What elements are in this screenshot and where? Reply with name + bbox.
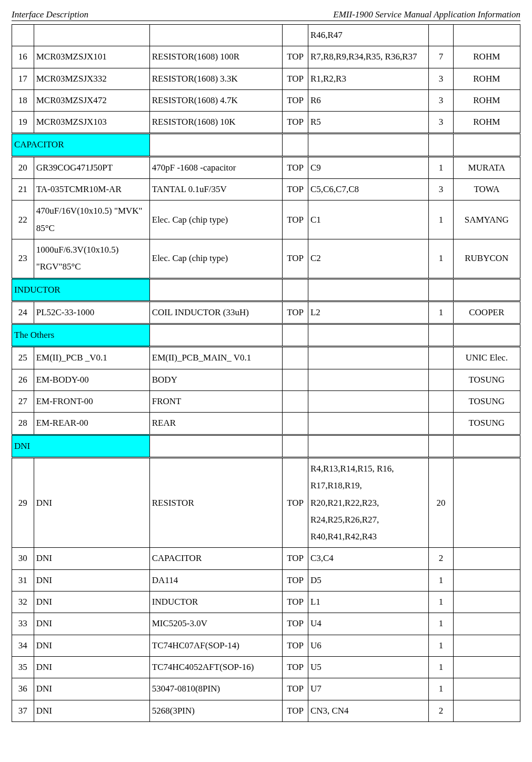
cell-location: TOP: [283, 591, 308, 613]
cell-part-number: MCR03MZSJX103: [34, 112, 149, 134]
cell-no: 30: [12, 548, 34, 569]
cell-location: [283, 391, 308, 413]
section-label: DNI: [14, 441, 30, 451]
page-header: Interface Description EMII-1900 Service …: [12, 9, 520, 21]
cell-manufacturer: [453, 613, 520, 635]
cell-qty: 3: [429, 179, 453, 200]
table-row: 16MCR03MZSJX101RESISTOR(1608) 100RTOPR7,…: [12, 46, 520, 68]
table-row: 18MCR03MZSJX472RESISTOR(1608) 4.7KTOPR63…: [12, 89, 520, 111]
cell-part-number: 1000uF/6.3V(10x10.5) "RGV"85°C: [34, 239, 149, 278]
cell-qty: [429, 369, 453, 390]
cell-manufacturer: RUBYCON: [453, 239, 520, 278]
cell-no: [12, 25, 34, 46]
cell-reference: U7: [308, 678, 428, 700]
cell-qty: 1: [429, 239, 453, 278]
table-row: 24PL52C-33-1000COIL INDUCTOR (33uH)TOPL2…: [12, 301, 520, 324]
cell-description: MIC5205-3.0V: [149, 613, 283, 635]
cell-qty: 1: [429, 301, 453, 324]
cell-manufacturer: SAMYANG: [453, 200, 520, 239]
cell-description: DA114: [149, 569, 283, 591]
cell-description: EM(II)_PCB_MAIN_ V0.1: [149, 347, 283, 369]
cell-manufacturer: [453, 548, 520, 569]
cell-part-number: DNI: [34, 569, 149, 591]
cell-manufacturer: TOWA: [453, 179, 520, 200]
cell-description: 5268(3PIN): [149, 700, 283, 721]
table-row: 30DNICAPACITORTOPC3,C42: [12, 548, 520, 569]
cell-no: 24: [12, 301, 34, 324]
table-row: 231000uF/6.3V(10x10.5) "RGV"85°CElec. Ca…: [12, 239, 520, 278]
header-right: EMII-1900 Service Manual Application Inf…: [333, 9, 520, 20]
cell-no: 23: [12, 239, 34, 278]
cell-location: TOP: [283, 46, 308, 68]
cell-description: TC74HC4052AFT(SOP-16): [149, 656, 283, 678]
cell-manufacturer: [453, 656, 520, 678]
section-row: INDUCTOR: [12, 278, 520, 301]
cell-qty: 1: [429, 678, 453, 700]
cell-manufacturer: [453, 700, 520, 721]
cell-manufacturer: ROHM: [453, 46, 520, 68]
cell-qty: [429, 347, 453, 369]
cell-qty: 2: [429, 700, 453, 721]
cell-no: 20: [12, 156, 34, 178]
cell-reference: C5,C6,C7,C8: [308, 179, 428, 200]
cell-qty: [429, 391, 453, 413]
cell-no: 35: [12, 656, 34, 678]
cell-no: 25: [12, 347, 34, 369]
cell-reference: L1: [308, 591, 428, 613]
cell-location: TOP: [283, 656, 308, 678]
table-row: 28EM-REAR-00REARTOSUNG: [12, 413, 520, 435]
cell-manufacturer: MURATA: [453, 156, 520, 178]
cell-qty: 1: [429, 569, 453, 591]
cell-no: 27: [12, 391, 34, 413]
cell-part-number: MCR03MZSJX101: [34, 46, 149, 68]
table-row: 32DNIINDUCTORTOPL11: [12, 591, 520, 613]
cell-qty: 7: [429, 46, 453, 68]
cell-part-number: GR39COG471J50PT: [34, 156, 149, 178]
table-row: 25EM(II)_PCB _V0.1EM(II)_PCB_MAIN_ V0.1U…: [12, 347, 520, 369]
cell-description: CAPACITOR: [149, 548, 283, 569]
cell-location: TOP: [283, 200, 308, 239]
cell-description: INDUCTOR: [149, 591, 283, 613]
cell-location: TOP: [283, 179, 308, 200]
cell-manufacturer: TOSUNG: [453, 413, 520, 435]
cell-no: 21: [12, 179, 34, 200]
cell-reference: [308, 391, 428, 413]
cell-part-number: PL52C-33-1000: [34, 301, 149, 324]
cell-part-number: [34, 25, 149, 46]
cell-location: TOP: [283, 89, 308, 111]
cell-description: RESISTOR(1608) 4.7K: [149, 89, 283, 111]
cell-reference: R4,R13,R14,R15, R16, R17,R18,R19, R20,R2…: [308, 457, 428, 547]
cell-no: 17: [12, 68, 34, 89]
cell-part-number: EM-BODY-00: [34, 369, 149, 390]
cell-part-number: DNI: [34, 700, 149, 721]
cell-manufacturer: [453, 678, 520, 700]
cell-qty: 1: [429, 156, 453, 178]
cell-part-number: TA-035TCMR10M-AR: [34, 179, 149, 200]
cell-part-number: DNI: [34, 678, 149, 700]
cell-qty: 1: [429, 656, 453, 678]
table-row: 31DNIDA114TOPD51: [12, 569, 520, 591]
table-row: 19MCR03MZSJX103RESISTOR(1608) 10KTOPR53R…: [12, 112, 520, 134]
cell-no: 22: [12, 200, 34, 239]
cell-location: [283, 369, 308, 390]
table-row: 17MCR03MZSJX332RESISTOR(1608) 3.3KTOPR1,…: [12, 68, 520, 89]
cell-manufacturer: TOSUNG: [453, 369, 520, 390]
cell-no: 36: [12, 678, 34, 700]
table-row: 36DNI53047-0810(8PIN)TOPU71: [12, 678, 520, 700]
cell-reference: U4: [308, 613, 428, 635]
table-row: 20GR39COG471J50PT470pF -1608 -capacitorT…: [12, 156, 520, 178]
section-label: CAPACITOR: [14, 139, 64, 149]
section-label: The Others: [14, 330, 54, 340]
cell-reference: [308, 369, 428, 390]
cell-location: TOP: [283, 239, 308, 278]
table-row: 21TA-035TCMR10M-ARTANTAL 0.1uF/35VTOPC5,…: [12, 179, 520, 200]
cell-manufacturer: COOPER: [453, 301, 520, 324]
table-row: 29DNIRESISTORTOPR4,R13,R14,R15, R16, R17…: [12, 457, 520, 547]
cell-description: RESISTOR(1608) 100R: [149, 46, 283, 68]
cell-manufacturer: ROHM: [453, 112, 520, 134]
table-row: 35DNITC74HC4052AFT(SOP-16)TOPU51: [12, 656, 520, 678]
cell-reference: R46,R47: [308, 25, 428, 46]
cell-location: [283, 413, 308, 435]
cell-reference: U6: [308, 635, 428, 656]
cell-part-number: DNI: [34, 613, 149, 635]
